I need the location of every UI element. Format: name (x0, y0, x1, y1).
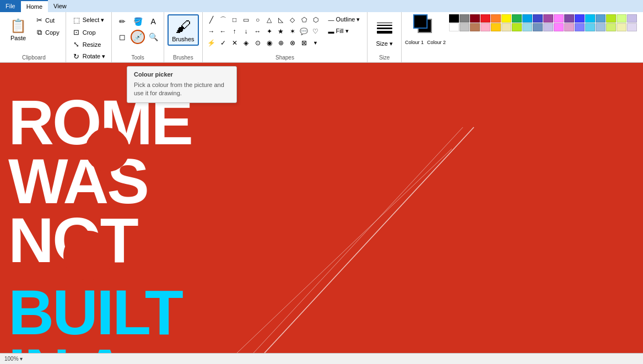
rotate-icon: ↻ (72, 52, 81, 61)
shape-misc3[interactable]: ◉ (264, 37, 275, 48)
paste-button[interactable]: 📋 Paste (6, 14, 31, 44)
resize-button[interactable]: ⤡ Resize (69, 39, 108, 50)
shape-callout[interactable]: 💬 (299, 26, 310, 37)
swatch-cream[interactable] (501, 23, 511, 31)
cut-button[interactable]: ✂ Cut (32, 14, 62, 26)
shape-rounded-rect[interactable]: ▭ (241, 14, 252, 25)
swatch-lavender[interactable] (627, 14, 637, 23)
swatch-blue[interactable] (522, 14, 532, 23)
shape-star6[interactable]: ✶ (287, 26, 298, 37)
shape-curve[interactable]: ⌒ (218, 14, 229, 25)
swatch-green[interactable] (512, 14, 522, 23)
shape-x[interactable]: ✕ (229, 37, 240, 48)
swatch-gold[interactable] (491, 23, 501, 31)
select-button[interactable]: ⬚ Select ▾ (69, 14, 108, 26)
magnifier-button[interactable]: 🔍 (146, 30, 160, 44)
swatch-pink2[interactable] (554, 14, 564, 23)
copy-button[interactable]: ⧉ Copy (32, 26, 62, 39)
swatch-skyblue[interactable] (596, 14, 606, 23)
shape-misc1[interactable]: ◈ (241, 37, 252, 48)
shape-ellipse[interactable]: ○ (252, 14, 263, 25)
shape-lightning[interactable]: ⚡ (206, 37, 217, 48)
outline-icon: — (328, 17, 334, 23)
edit-colours-button[interactable]: 🎨 Edit colours (640, 14, 643, 42)
colour-palette (449, 14, 637, 31)
size-button[interactable]: Size ▾ (371, 14, 397, 50)
shape-triangle[interactable]: △ (264, 14, 275, 25)
outline-button[interactable]: — Outline ▾ (325, 14, 364, 25)
swatch-lightblue[interactable] (585, 14, 595, 23)
swatch-lime2[interactable] (512, 23, 522, 31)
swatch-purple2[interactable] (564, 14, 574, 23)
swatch-orange[interactable] (491, 14, 501, 23)
swatch-black[interactable] (449, 14, 459, 23)
shape-line[interactable]: ╱ (206, 14, 217, 25)
shapes-content: ╱ ⌒ □ ▭ ○ △ ◺ ◇ ⬠ ⬡ → ← ↑ ↓ ↔ (206, 14, 364, 53)
fill-tool-button[interactable]: 🪣 (131, 14, 145, 29)
swatch-purple[interactable] (543, 14, 553, 23)
menu-view[interactable]: View (48, 0, 72, 12)
shape-arrow-down[interactable]: ↓ (241, 26, 252, 37)
shape-4arrow[interactable]: ↔ (252, 26, 263, 37)
shape-misc2[interactable]: ⊙ (252, 37, 263, 48)
swatch-hotpink[interactable] (554, 23, 564, 31)
swatch-lime[interactable] (606, 14, 616, 23)
canvas-content: ROME WAS NOT BUILT IN A (0, 63, 643, 353)
brushes-button[interactable]: 🖌 Brushes (167, 14, 198, 46)
rotate-button[interactable]: ↻ Rotate ▾ (69, 51, 108, 62)
swatch-gray[interactable] (460, 14, 469, 23)
swatch-palelavender[interactable] (627, 23, 637, 31)
shape-rect[interactable]: □ (229, 14, 240, 25)
swatch-yellowgreen[interactable] (606, 23, 616, 31)
fill-button[interactable]: ▬ Fill ▾ (325, 26, 364, 36)
swatch-paleblue[interactable] (596, 23, 606, 31)
swatch-mauve[interactable] (564, 23, 574, 31)
shape-misc6[interactable]: ⊠ (299, 37, 310, 48)
shape-heart[interactable]: ♡ (310, 26, 321, 37)
shape-arrow-right[interactable]: → (206, 26, 217, 37)
swatch-yellow[interactable] (501, 14, 511, 23)
text-button[interactable]: A (146, 14, 160, 29)
swatch-indigo[interactable] (533, 14, 543, 23)
shapes-label: Shapes (206, 53, 364, 62)
shape-scroll-down[interactable]: ▼ (310, 37, 321, 48)
swatch-darkred[interactable] (470, 14, 480, 23)
size-line-3 (377, 28, 392, 29)
swatch-periwinkle2[interactable] (575, 23, 585, 31)
swatch-paleyellow[interactable] (617, 23, 626, 31)
rome-o-circle (85, 128, 129, 172)
swatch-red[interactable] (480, 14, 490, 23)
swatch-lightgray[interactable] (460, 23, 469, 31)
swatch-brown[interactable] (470, 23, 480, 31)
tooltip-text: Pick a colour from the picture and use i… (134, 81, 230, 98)
shape-misc5[interactable]: ⊗ (287, 37, 298, 48)
eraser-button[interactable]: ◻ (115, 30, 129, 44)
swatch-white[interactable] (449, 23, 459, 31)
colours-group: Colour 1 Colour 2 (402, 12, 643, 62)
shape-diamond[interactable]: ◇ (287, 14, 298, 25)
swatch-lightcyan[interactable] (522, 23, 532, 31)
shape-arrow-up[interactable]: ↑ (229, 26, 240, 37)
outline-label: Outline ▾ (336, 16, 360, 23)
shape-check[interactable]: ✓ (218, 37, 229, 48)
swatch-lightyellow[interactable] (617, 14, 626, 23)
shape-star4[interactable]: ✦ (264, 26, 275, 37)
canvas-area[interactable]: ROME WAS NOT BUILT IN A (0, 63, 643, 353)
shape-star5[interactable]: ★ (275, 26, 287, 37)
colour-picker-button[interactable]: 💉 (131, 30, 145, 44)
swatch-lightpink[interactable] (480, 23, 490, 31)
swatch-steelblue[interactable] (533, 23, 543, 31)
shape-hexagon[interactable]: ⬡ (310, 14, 321, 25)
menu-home[interactable]: Home (21, 0, 48, 12)
shape-misc4[interactable]: ⊕ (275, 37, 287, 48)
shape-pentagon[interactable]: ⬠ (299, 14, 310, 25)
shape-right-triangle[interactable]: ◺ (275, 14, 287, 25)
menu-file[interactable]: File (0, 0, 21, 12)
pencil-button[interactable]: ✏ (115, 14, 129, 29)
colour-1-box[interactable] (413, 14, 428, 29)
swatch-aqua[interactable] (585, 23, 595, 31)
swatch-blue2[interactable] (575, 14, 585, 23)
swatch-periwinkle[interactable] (543, 23, 553, 31)
shape-arrow-left[interactable]: ← (218, 26, 229, 37)
crop-button[interactable]: ⊡ Crop (69, 26, 108, 38)
